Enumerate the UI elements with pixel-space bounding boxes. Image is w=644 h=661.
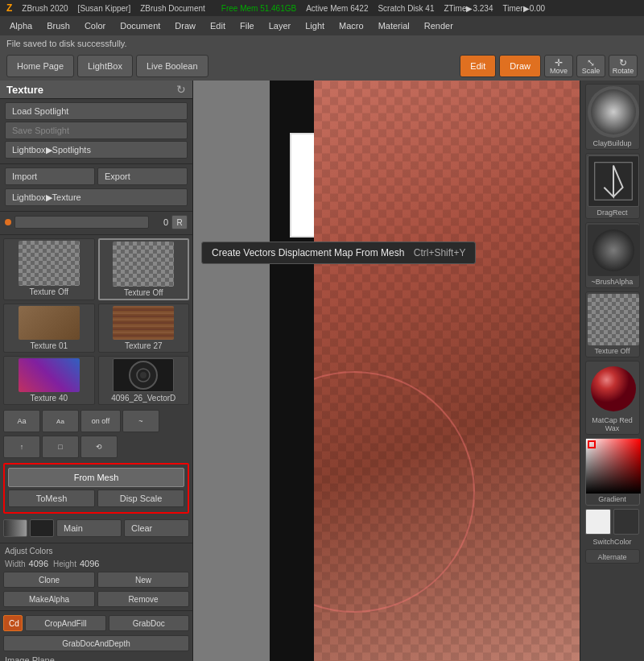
- from-mesh-section: From Mesh ToMesh Disp Scale: [3, 463, 189, 514]
- save-spotlight-button[interactable]: Save Spotlight: [5, 122, 188, 139]
- lightbox-spotlights-button[interactable]: Lightbox▶Spotlights: [5, 141, 188, 159]
- brush-texture-off-label: Texture Off: [588, 347, 638, 355]
- status-message: File saved to disk successfully.: [6, 39, 127, 48]
- controls-row2: ↑ □ ⟲: [0, 434, 192, 460]
- user-name: [Susan Kipper]: [78, 4, 131, 13]
- menu-layer[interactable]: Layer: [262, 19, 298, 32]
- scratch-disk: Scratch Disk 41: [378, 4, 434, 13]
- color-swatch-dark[interactable]: [613, 509, 639, 535]
- menu-color[interactable]: Color: [78, 19, 112, 32]
- texture-item-vec[interactable]: 4096_26_VectorD: [98, 356, 190, 405]
- move-button[interactable]: ✛ Move: [544, 55, 573, 77]
- brush-texture-off[interactable]: Texture Off: [585, 291, 640, 357]
- import-export-section: Import Export Lightbox▶Texture: [0, 164, 192, 212]
- brush-dragrect-label: DragRect: [588, 209, 638, 217]
- menu-edit[interactable]: Edit: [204, 19, 232, 32]
- brush-dragrect[interactable]: DragRect: [585, 153, 640, 219]
- texture-vec-label: 4096_26_VectorD: [101, 394, 188, 403]
- texture-item-40[interactable]: Texture 40: [3, 356, 95, 405]
- texture-01-label: Texture 01: [6, 341, 93, 350]
- ctrl-aa2[interactable]: Aa: [42, 410, 79, 432]
- alternate-item[interactable]: Alternate: [585, 549, 640, 564]
- load-spotlight-button[interactable]: Load Spotlight: [5, 102, 188, 120]
- texture-reset-button[interactable]: R: [171, 215, 188, 229]
- make-alpha-row: MakeAlpha Remove: [0, 589, 192, 609]
- disp-scale-button[interactable]: Disp Scale: [97, 490, 184, 507]
- ctrl-square[interactable]: □: [42, 436, 79, 458]
- right-panel: ClayBuildup DragRect ~BrushAlpha: [580, 81, 644, 661]
- texture-off1-label: Texture Off: [6, 287, 93, 296]
- lightbox-texture-button[interactable]: Lightbox▶Texture: [5, 188, 188, 206]
- statusbar: File saved to disk successfully.: [0, 35, 644, 52]
- export-button[interactable]: Export: [97, 167, 188, 185]
- main-button[interactable]: Main: [56, 519, 122, 537]
- panel-header: Texture ↻: [0, 81, 192, 99]
- lightbox-button[interactable]: LightBox: [77, 55, 133, 77]
- from-mesh-button[interactable]: From Mesh: [8, 468, 184, 487]
- active-mem: Active Mem 6422: [306, 4, 368, 13]
- rotate-button[interactable]: ↻ Rotate: [609, 55, 638, 77]
- app-title: ZBrush 2020: [22, 4, 68, 13]
- texture-item-01[interactable]: Texture 01: [3, 304, 95, 353]
- grad-swatch[interactable]: [3, 519, 27, 537]
- grab-doc-depth-row: GrabDocAndDepth: [0, 634, 192, 653]
- svg-point-7: [591, 366, 636, 411]
- menu-draw[interactable]: Draw: [168, 19, 202, 32]
- texture-off-slider[interactable]: [14, 216, 149, 229]
- brush-matcap[interactable]: MatCap Red Wax: [585, 361, 640, 435]
- ctrl-rotate[interactable]: ⟲: [80, 436, 118, 458]
- homepage-button[interactable]: Home Page: [6, 55, 74, 77]
- cd-button[interactable]: Cd: [3, 615, 23, 631]
- color-swatch-white[interactable]: [585, 509, 611, 535]
- color-picker[interactable]: Gradient: [585, 438, 640, 506]
- liveboolean-button[interactable]: Live Boolean: [136, 55, 208, 77]
- menu-render[interactable]: Render: [418, 19, 460, 32]
- import-button[interactable]: Import: [5, 167, 95, 185]
- texture-item-27[interactable]: Texture 27: [98, 304, 190, 353]
- switch-color-label: SwitchColor: [592, 538, 631, 546]
- ctrl-onoff[interactable]: on off: [80, 410, 121, 432]
- dark-swatch[interactable]: [30, 519, 54, 537]
- divider1: [0, 543, 192, 543]
- brush-alpha-label: ~BrushAlpha: [588, 278, 638, 286]
- canvas-model: [314, 81, 580, 661]
- refresh-icon[interactable]: ↻: [176, 83, 186, 96]
- menubar: Alpha Brush Color Document Draw Edit Fil…: [0, 16, 644, 35]
- menu-material[interactable]: Material: [372, 19, 416, 32]
- scale-button[interactable]: ⤡ Scale: [576, 55, 605, 77]
- texture-off-section: 0 R: [0, 212, 192, 235]
- draw-button[interactable]: Draw: [499, 55, 541, 77]
- brush-alpha[interactable]: ~BrushAlpha: [585, 222, 640, 288]
- svg-point-1: [140, 372, 147, 378]
- clone-new-row: Clone New: [0, 570, 192, 589]
- remove-button[interactable]: Remove: [97, 591, 189, 607]
- texture-item-off1[interactable]: Texture Off: [3, 238, 95, 300]
- make-alpha-button[interactable]: MakeAlpha: [3, 591, 95, 607]
- height-value: 4096: [80, 559, 99, 568]
- gradient-label: Gradient: [586, 494, 639, 505]
- ctrl-wave[interactable]: ~: [122, 410, 159, 432]
- adjust-colors-label: Adjust Colors: [0, 545, 192, 557]
- menu-document[interactable]: Document: [114, 19, 167, 32]
- ztime: ZTime▶3.234: [444, 4, 493, 13]
- tomesh-button[interactable]: ToMesh: [8, 490, 95, 507]
- ctrl-up[interactable]: ↑: [3, 436, 40, 458]
- menu-file[interactable]: File: [233, 19, 261, 32]
- grab-doc-depth-button[interactable]: GrabDocAndDepth: [3, 635, 189, 651]
- ctrl-aa1[interactable]: Aa: [3, 410, 40, 432]
- grab-doc-button[interactable]: GrabDoc: [109, 615, 190, 631]
- divider2: [0, 610, 192, 611]
- clone-button[interactable]: Clone: [3, 572, 95, 588]
- brush-claybuildup[interactable]: ClayBuildup: [585, 84, 640, 150]
- width-height-row: Width 4096 Height 4096: [0, 557, 192, 570]
- new-button[interactable]: New: [97, 572, 189, 588]
- clear-button[interactable]: Clear: [124, 519, 189, 537]
- canvas-area[interactable]: Create Vectors Displacment Map From Mesh…: [193, 81, 580, 661]
- menu-brush[interactable]: Brush: [40, 19, 76, 32]
- menu-macro[interactable]: Macro: [332, 19, 370, 32]
- menu-light[interactable]: Light: [299, 19, 331, 32]
- menu-alpha[interactable]: Alpha: [3, 19, 39, 32]
- crop-fill-button[interactable]: CropAndFill: [25, 615, 106, 631]
- texture-item-off2[interactable]: Texture Off: [98, 238, 190, 300]
- edit-button[interactable]: Edit: [460, 55, 496, 77]
